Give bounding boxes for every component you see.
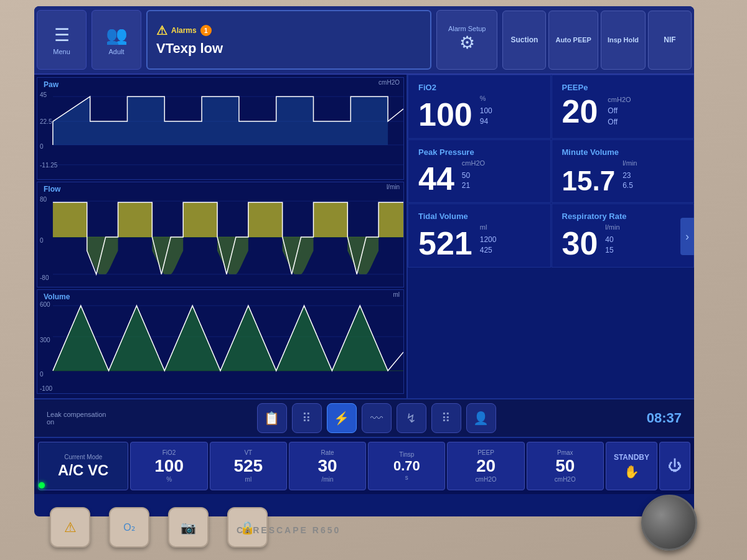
tidalvol-sub2: 425	[480, 245, 497, 256]
tinsp-setting-value: 0.70	[393, 459, 420, 473]
peepe-value-row: 20 cmH2O Off Off	[562, 95, 684, 128]
volume-svg	[37, 290, 403, 394]
physical-buttons: ⚠ O₂ 📷 🔒	[50, 507, 268, 548]
peak-unit: cmH2O	[462, 159, 485, 167]
camera-button[interactable]: 📷	[168, 507, 209, 548]
mode-cell[interactable]: Current Mode A/C VC	[38, 442, 128, 490]
control-knob[interactable]	[641, 495, 697, 551]
tidalvol-value-row: 521 ml 1200 425	[418, 223, 540, 259]
fio2-sub1: 100	[480, 106, 492, 116]
green-led	[39, 482, 45, 488]
vt-setting-label: VT	[244, 449, 252, 456]
chevron-right-button[interactable]: ›	[680, 218, 694, 255]
menu-button[interactable]: ☰ Menu	[37, 10, 87, 70]
vt-setting-value: 525	[233, 457, 263, 475]
standby-button[interactable]: STANDBY ✋	[606, 442, 657, 490]
peak-sub2: 21	[462, 180, 485, 191]
alarm-setup-button[interactable]: Alarm Setup ⚙	[436, 10, 498, 70]
toolbar-wave2-btn[interactable]: 〰	[362, 403, 392, 433]
resprate-label: Respiratory Rate	[562, 212, 684, 221]
adult-button[interactable]: 👥 Adult	[92, 10, 141, 70]
alarm-physical-button[interactable]: ⚠	[50, 507, 90, 548]
peak-value-row: 44 cmH2O 50 21	[418, 159, 540, 195]
toolbar-grid-btn[interactable]: ⠿	[292, 403, 322, 433]
pulse-icon: ↯	[406, 411, 416, 426]
peepe-value: 20	[562, 95, 598, 128]
person-icon: 👤	[473, 411, 489, 426]
rate-setting-cell[interactable]: Rate 30 /min	[289, 442, 366, 490]
vt-setting-cell[interactable]: VT 525 ml	[210, 442, 287, 490]
waveform-icon: ⚡	[334, 411, 349, 426]
flow-label: Flow	[40, 184, 64, 195]
fio2-setting-cell[interactable]: FiO2 100 %	[130, 442, 207, 490]
toolbar-person-btn[interactable]: 👤	[466, 403, 496, 433]
alarm-phys-icon: ⚠	[64, 520, 77, 536]
clipboard-icon: 📋	[264, 411, 280, 426]
toolbar-pulse-btn[interactable]: ↯	[397, 403, 426, 433]
toolbar-waveform-btn[interactable]: ⚡	[327, 403, 357, 433]
fio2-cell[interactable]: FiO2 100 % 100 94	[408, 75, 551, 139]
brand-text: CARESCAPE R650	[237, 525, 341, 535]
resprate-value-row: 30 l/min 40 15	[562, 223, 684, 259]
vol-scale-300: 300	[40, 337, 50, 343]
alarm-message: VTexp low	[156, 40, 223, 57]
dots-icon: ⠿	[441, 411, 451, 426]
alarm-section[interactable]: ⚠ Alarms 1 VTexp low	[146, 10, 431, 70]
rate-setting-unit: /min	[322, 476, 334, 483]
fio2-unit: %	[480, 95, 492, 102]
settings-bar: Current Mode A/C VC FiO2 100 % VT 525 ml…	[34, 438, 694, 494]
bottom-toolbar: Leak compensation on 📋 ⠿ ⚡ 〰 ↯ ⠿ 👤	[34, 398, 694, 438]
toolbar-clipboard-btn[interactable]: 📋	[257, 403, 287, 433]
auto-peep-button[interactable]: Auto PEEP	[548, 11, 598, 70]
standby-label: STANDBY	[614, 453, 649, 462]
resprate-sub2: 15	[605, 245, 619, 256]
vol-scale-0: 0	[40, 371, 44, 378]
peepe-sub2: Off	[608, 116, 631, 128]
fio2-setting-label: FiO2	[162, 449, 176, 456]
fio2-sub2: 94	[480, 116, 492, 127]
nif-button[interactable]: NIF	[648, 11, 692, 70]
flow-unit: l/min	[387, 184, 400, 190]
power-button[interactable]: ⏻	[659, 442, 690, 490]
minvol-value: 15.7	[562, 167, 616, 195]
minvol-value-row: 15.7 l/min 23 6.5	[562, 159, 684, 195]
mode-value: A/C VC	[58, 462, 108, 479]
fio2-setting-value: 100	[154, 457, 184, 475]
leak-info: Leak compensation on	[47, 411, 106, 426]
flow-scale-80: 80	[40, 196, 47, 203]
params-right-wrapper: FiO2 100 % 100 94 PEEPe	[408, 75, 694, 398]
toolbar-dots-btn[interactable]: ⠿	[431, 403, 461, 433]
tinsp-setting-cell[interactable]: Tinsp 0.70 s	[368, 442, 445, 490]
insp-hold-button[interactable]: Insp Hold	[601, 11, 646, 70]
vol-scale-neg: -100	[40, 385, 52, 392]
menu-icon: ☰	[54, 25, 70, 45]
peak-pressure-cell[interactable]: Peak Pressure 44 cmH2O 50 21	[408, 139, 551, 203]
flow-scale-neg80: -80	[40, 274, 49, 281]
top-bar: ☰ Menu 👥 Adult ⚠ Alarms 1 VTexp low Alar…	[34, 6, 694, 75]
camera-icon: 📷	[181, 520, 196, 535]
o2-button[interactable]: O₂	[109, 507, 149, 548]
flow-waveform: Flow l/min 80 0 -80	[37, 182, 404, 287]
fio2-value: 100	[418, 98, 472, 131]
peep-setting-label: PEEP	[477, 449, 494, 456]
suction-button[interactable]: Suction	[502, 11, 546, 70]
paw-scale-neg: -11.25	[40, 162, 57, 169]
flow-scale-0: 0	[40, 237, 44, 244]
waveforms-panel: Paw cmH2O 45 22.5 0 -11.25	[34, 75, 408, 398]
peep-setting-cell[interactable]: PEEP 20 cmH2O	[447, 442, 524, 490]
flow-svg	[37, 182, 403, 287]
alarm-badge: 1	[200, 25, 212, 36]
pmax-setting-cell[interactable]: Pmax 50 cmH2O	[527, 442, 604, 490]
alarm-setup-label: Alarm Setup	[448, 25, 486, 32]
minute-volume-cell[interactable]: Minute Volume 15.7 l/min 23 6.5	[552, 139, 695, 203]
resp-rate-cell[interactable]: Respiratory Rate 30 l/min 40 15	[552, 203, 695, 268]
vt-setting-unit: ml	[245, 476, 252, 483]
o2-icon: O₂	[123, 521, 134, 533]
alarm-warning-icon: ⚠	[156, 23, 167, 38]
fio2-setting-unit: %	[166, 476, 172, 483]
peak-label: Peak Pressure	[418, 147, 540, 157]
tidal-volume-cell[interactable]: Tidal Volume 521 ml 1200 425	[408, 203, 551, 268]
peepe-label: PEEPe	[562, 83, 684, 92]
pmax-setting-unit: cmH2O	[555, 476, 576, 483]
peepe-cell[interactable]: PEEPe 20 cmH2O Off Off	[552, 75, 695, 139]
